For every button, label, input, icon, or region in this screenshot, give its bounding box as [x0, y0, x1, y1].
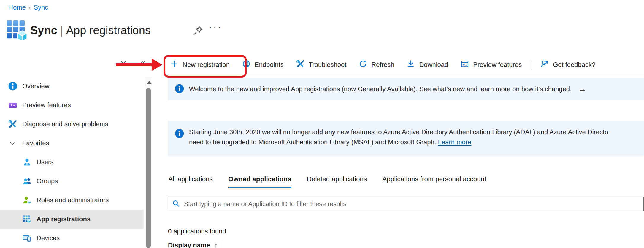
tools-icon [8, 120, 17, 129]
page-title: Sync|App registrations [30, 22, 151, 39]
info-icon [175, 129, 184, 139]
sidebar-item-label: Favorites [22, 139, 49, 147]
scrollbar-up-arrow[interactable] [147, 81, 152, 84]
download-button[interactable]: Download [400, 60, 454, 70]
group-icon [23, 177, 31, 186]
adal-banner-line1: Starting June 30th, 2020 we will no long… [189, 127, 608, 137]
applications-count-text: 0 applications found [168, 228, 226, 235]
new-registration-button[interactable]: New registration [164, 60, 236, 70]
page-title-app-name: Sync [30, 24, 57, 37]
sidebar-item-label: App registrations [37, 215, 91, 223]
devices-icon [23, 234, 31, 243]
app-registrations-big-icon [5, 19, 29, 44]
globe-icon [242, 60, 250, 70]
sidebar-item-label: Users [37, 158, 53, 166]
sidebar-item-label: Groups [37, 177, 58, 185]
download-icon [407, 60, 415, 70]
sidebar-item-preview-features[interactable]: Preview features [0, 96, 144, 115]
command-bar-divider [163, 75, 644, 75]
got-feedback-button[interactable]: Got feedback? [534, 60, 602, 70]
sort-ascending-icon: ↑ [214, 241, 218, 248]
page-title-separator: | [57, 24, 66, 37]
sidebar-item-diagnose[interactable]: Diagnose and solve problems [0, 115, 144, 134]
sidebar-item-label: Roles and administrators [37, 196, 109, 204]
app-grid-cube-icon [23, 215, 31, 224]
info-circle-icon [8, 82, 17, 91]
filter-search-input[interactable] [183, 200, 643, 208]
role-person-cube-icon [23, 196, 31, 205]
sidebar-item-overview[interactable]: Overview [0, 77, 144, 96]
tab-applications-personal-account[interactable]: Applications from personal account [382, 175, 486, 188]
learn-more-link[interactable]: Learn more [438, 138, 472, 146]
preview-features-button[interactable]: Preview features [454, 60, 528, 70]
command-label: Download [419, 61, 448, 69]
sidebar-item-users[interactable]: Users [0, 153, 144, 172]
welcome-banner-text: Welcome to the new and improved App regi… [189, 85, 572, 93]
plus-icon [170, 60, 178, 70]
close-icon[interactable]: ✕ [120, 59, 127, 69]
breadcrumb-separator: › [29, 4, 31, 11]
breadcrumb-sync-link[interactable]: Sync [34, 4, 48, 11]
sidebar-item-label: Diagnose and solve problems [22, 120, 108, 128]
adal-banner-line2-text: need to be upgraded to Microsoft Authent… [189, 138, 436, 146]
azure-portal-app-registrations-page: Home › Sync Sync|App registrations [0, 0, 644, 248]
refresh-icon [359, 60, 367, 70]
sidebar-item-label: Preview features [22, 101, 71, 109]
endpoints-button[interactable]: Endpoints [236, 60, 290, 70]
sidebar-item-roles[interactable]: Roles and administrators [0, 191, 144, 210]
command-label: Preview features [473, 61, 522, 69]
tab-all-applications[interactable]: All applications [168, 175, 213, 188]
preview-window-icon [461, 60, 469, 70]
sparkles-purple-icon [8, 101, 17, 110]
filter-search-box[interactable] [168, 197, 644, 211]
page-title-section: App registrations [66, 24, 151, 37]
command-bar-separator [531, 60, 531, 70]
breadcrumb-home-link[interactable]: Home [8, 4, 26, 11]
column-divider [223, 241, 223, 248]
sidebar-item-groups[interactable]: Groups [0, 172, 144, 191]
sidebar-menu: Overview Preview features [0, 77, 153, 248]
column-header-label: Display name [168, 241, 210, 248]
user-icon [23, 158, 31, 167]
collapse-panel-icon[interactable]: « [140, 57, 145, 67]
chevron-down-icon [8, 139, 17, 148]
adal-banner-line2: need to be upgraded to Microsoft Authent… [189, 137, 608, 147]
adal-banner-text: Starting June 30th, 2020 we will no long… [189, 127, 608, 147]
sidebar-item-app-registrations[interactable]: App registrations [0, 210, 144, 229]
applications-tabs: All applications Owned applications Dele… [168, 175, 486, 188]
sidebar-item-devices[interactable]: Devices [0, 229, 144, 248]
sidebar-group-favorites[interactable]: Favorites [0, 134, 144, 153]
tab-owned-applications[interactable]: Owned applications [228, 175, 291, 188]
command-label: Got feedback? [553, 61, 595, 69]
command-bar: New registration Endpoints [164, 56, 602, 73]
breadcrumb: Home › Sync [8, 4, 48, 11]
command-label: New registration [183, 61, 230, 69]
search-icon [172, 200, 180, 208]
banner-go-arrow[interactable]: → [578, 84, 586, 94]
pin-icon[interactable] [192, 25, 204, 37]
more-options-icon[interactable]: ··· [209, 22, 222, 32]
tab-deleted-applications[interactable]: Deleted applications [307, 175, 367, 188]
sidebar-scrollbar-thumb[interactable] [146, 88, 151, 248]
feedback-person-icon [540, 60, 549, 70]
command-label: Endpoints [255, 61, 284, 69]
sidebar-item-label: Overview [22, 82, 50, 90]
sidebar-item-label: Devices [37, 234, 60, 242]
tools-icon [296, 60, 304, 70]
refresh-button[interactable]: Refresh [353, 60, 400, 70]
welcome-info-banner: Welcome to the new and improved App regi… [168, 78, 644, 100]
display-name-column-header[interactable]: Display name ↑ [168, 241, 223, 248]
command-label: Refresh [371, 61, 394, 69]
annotation-arrow-head [152, 59, 162, 71]
adal-deprecation-banner: Starting June 30th, 2020 we will no long… [168, 121, 644, 156]
command-label: Troubleshoot [309, 61, 347, 69]
info-icon [175, 84, 184, 94]
troubleshoot-button[interactable]: Troubleshoot [290, 60, 353, 70]
